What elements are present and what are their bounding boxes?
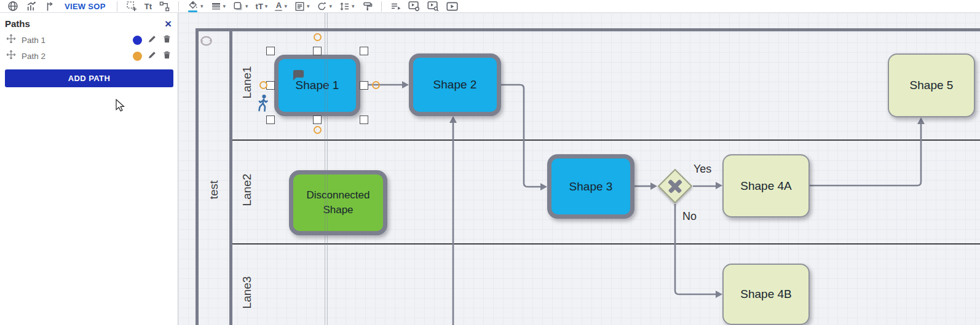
shape-label: Shape 3 [569, 180, 613, 194]
chevron-down-icon[interactable]: ▾ [307, 4, 310, 9]
run-play-icon[interactable] [446, 1, 458, 12]
run-list-icon[interactable] [390, 1, 401, 12]
shape-label: Shape 4A [740, 179, 791, 193]
resize-handle-w[interactable] [266, 81, 275, 90]
shape2-node[interactable]: Shape 2 [409, 53, 501, 116]
format-painter-icon[interactable] [362, 1, 373, 12]
delete-trash-icon[interactable] [162, 34, 172, 46]
path-color-swatch[interactable] [133, 36, 142, 45]
page-guide-line [327, 13, 328, 325]
chart-icon[interactable] [26, 1, 37, 12]
run-settings-icon[interactable] [408, 1, 420, 12]
font-color-swatch [275, 10, 282, 12]
edge-label-no[interactable]: No [682, 210, 697, 223]
path-color-swatch[interactable] [133, 52, 142, 61]
resize-handle-se[interactable] [360, 116, 368, 124]
shape3-node[interactable]: Shape 3 [547, 154, 634, 219]
shape4b-node[interactable]: Shape 4B [722, 264, 810, 325]
path-label: Path 2 [22, 52, 127, 61]
multi-select-icon[interactable] [126, 1, 137, 12]
chevron-down-icon[interactable]: ▾ [200, 4, 204, 9]
fill-color-button[interactable]: ▾ [188, 1, 204, 12]
chevron-down-icon[interactable]: ▾ [352, 4, 355, 9]
add-path-button[interactable]: ADD PATH [5, 69, 173, 87]
shape4a-node[interactable]: Shape 4A [722, 154, 810, 217]
shape-label: Shape 5 [910, 79, 954, 92]
move-handle-icon[interactable] [6, 50, 16, 62]
milestone-flag-icon[interactable] [44, 1, 55, 12]
chevron-down-icon[interactable]: ▾ [284, 4, 287, 9]
chevron-down-icon[interactable]: ▾ [223, 4, 226, 9]
disconnected-shape-node[interactable]: Disconnected Shape [289, 170, 387, 235]
shape1-node[interactable]: Shape 1 [274, 55, 360, 116]
comment-bubble-icon[interactable] [292, 69, 305, 84]
connection-port-right[interactable] [372, 81, 380, 89]
connector-tool-icon[interactable] [159, 1, 170, 12]
globe-icon[interactable] [7, 1, 18, 12]
paint-bucket-icon [188, 1, 199, 10]
paths-panel-title: Paths [5, 18, 30, 29]
path-label: Path 1 [22, 36, 127, 45]
font-size-button[interactable]: tT▾ [256, 2, 268, 10]
shape-label: Shape 4B [740, 288, 791, 301]
edit-pencil-icon[interactable] [148, 50, 157, 62]
connection-port-bottom[interactable] [314, 126, 322, 134]
view-sop-link[interactable]: VIEW SOP [65, 2, 106, 11]
font-color-button[interactable]: A ▾ [275, 1, 287, 12]
text-tool-icon[interactable]: Tt [144, 2, 152, 10]
delete-trash-icon[interactable] [162, 50, 172, 62]
connection-port-left[interactable] [259, 81, 267, 89]
shape-label: Disconnected Shape [293, 188, 383, 217]
text-align-button[interactable]: ▾ [294, 1, 310, 12]
diagram-canvas[interactable]: test Lane1 Lane2 Lane3 Shape 1 Shape 2 [178, 13, 980, 325]
toolbar: VIEW SOP Tt ▾ ▾ ▾ tT▾ A ▾ ▾ ▾ ▾ [0, 0, 980, 13]
path-row: Path 2 [0, 48, 178, 64]
edge-shape2-shape3[interactable] [501, 85, 540, 187]
resize-handle-nw[interactable] [266, 47, 275, 55]
rotate-button[interactable]: ▾ [317, 1, 332, 12]
fill-color-swatch [188, 10, 197, 12]
shape5-node[interactable]: Shape 5 [888, 53, 975, 117]
paths-panel: Paths × Path 1 Path 2 ADD PATH [0, 13, 178, 325]
font-color-letter: A [276, 1, 282, 9]
connection-port-top[interactable] [314, 33, 322, 41]
line-spacing-button[interactable]: ▾ [339, 1, 355, 12]
move-handle-icon[interactable] [6, 34, 16, 46]
close-icon[interactable]: × [165, 20, 172, 28]
resize-handle-sw[interactable] [266, 116, 275, 124]
shape-label: Shape 2 [433, 78, 477, 92]
toolbar-divider [381, 1, 382, 12]
edge-label-yes[interactable]: Yes [694, 163, 711, 176]
walking-person-icon[interactable] [257, 94, 269, 115]
edit-pencil-icon[interactable] [148, 34, 157, 46]
shape-style-button[interactable]: ▾ [233, 1, 248, 12]
resize-handle-s[interactable] [313, 116, 322, 124]
chevron-down-icon[interactable]: ▾ [265, 4, 268, 9]
resize-handle-n[interactable] [313, 47, 322, 55]
toolbar-divider [178, 1, 179, 12]
paths-panel-header: Paths × [0, 13, 178, 32]
chevron-down-icon[interactable]: ▾ [245, 4, 248, 9]
path-row: Path 1 [0, 32, 178, 48]
run-search-icon[interactable] [427, 1, 439, 12]
edge-shape4a-shape5[interactable] [810, 124, 921, 186]
resize-handle-ne[interactable] [360, 47, 368, 55]
resize-handle-e[interactable] [360, 81, 368, 90]
chevron-down-icon[interactable]: ▾ [329, 4, 332, 9]
page-guide-line [325, 13, 325, 325]
toolbar-divider [117, 1, 117, 12]
line-width-button[interactable]: ▾ [211, 1, 226, 12]
